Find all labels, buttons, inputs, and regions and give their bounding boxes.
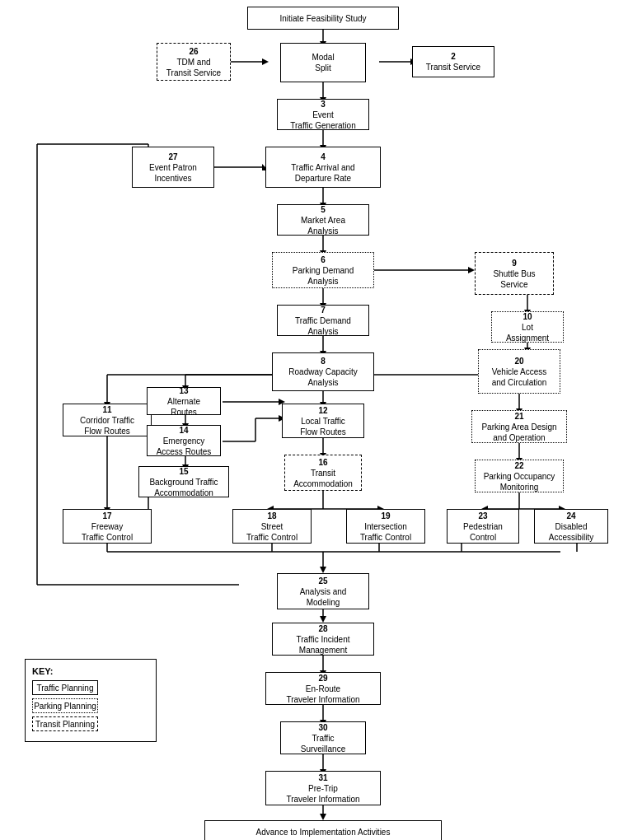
n2-node: 2 Transit Service bbox=[412, 46, 494, 77]
n24-node: 24 DisabledAccessibility bbox=[534, 509, 608, 544]
n18-node: 18 StreetTraffic Control bbox=[232, 509, 312, 544]
n5-node: 5 Market AreaAnalysis bbox=[277, 204, 369, 236]
n20-node: 20 Vehicle Accessand Circulation bbox=[478, 349, 560, 394]
key-traffic-planning: Traffic Planning bbox=[32, 680, 149, 695]
n27-node: 27 Event PatronIncentives bbox=[132, 147, 214, 188]
diagram-container: Initiate Feasibility Study ModalSplit 26… bbox=[0, 0, 642, 840]
n6-node: 6 Parking DemandAnalysis bbox=[272, 252, 374, 288]
transit-planning-swatch: Transit Planning bbox=[32, 716, 98, 731]
key-transit-planning: Transit Planning bbox=[32, 716, 149, 731]
key-parking-planning: Parking Planning bbox=[32, 698, 149, 713]
n10-node: 10 LotAssignment bbox=[491, 311, 564, 343]
n12-node: 12 Local TrafficFlow Routes bbox=[282, 404, 364, 438]
n4-node: 4 Traffic Arrival andDeparture Rate bbox=[265, 147, 381, 188]
n7-node: 7 Traffic DemandAnalysis bbox=[277, 305, 369, 336]
n22-node: 22 Parking OccupancyMonitoring bbox=[475, 460, 564, 492]
n25-node: 25 Analysis andModeling bbox=[277, 573, 369, 609]
n9-node: 9 Shuttle BusService bbox=[475, 252, 554, 295]
n23-node: 23 PedestrianControl bbox=[447, 509, 519, 544]
n30-node: 30 TrafficSurveillance bbox=[280, 721, 366, 754]
n26-node: 26 TDM andTransit Service bbox=[157, 43, 231, 81]
key-box: KEY: Traffic Planning Parking Planning T… bbox=[25, 659, 157, 742]
advance-node: Advance to Implementation Activities bbox=[204, 820, 442, 840]
n13-node: 13 AlternateRoutes bbox=[147, 387, 221, 415]
traffic-planning-swatch: Traffic Planning bbox=[32, 680, 98, 695]
n17-node: 17 FreewayTraffic Control bbox=[63, 509, 152, 544]
n14-node: 14 EmergencyAccess Routes bbox=[147, 425, 221, 456]
n16-node: 16 TransitAccommodation bbox=[284, 455, 362, 491]
n8-node: 8 Roadway CapacityAnalysis bbox=[272, 352, 374, 391]
n3-node: 3 EventTraffic Generation bbox=[277, 99, 369, 130]
n31-node: 31 Pre-TripTraveler Information bbox=[265, 771, 381, 805]
modal-split-node: ModalSplit bbox=[280, 43, 366, 82]
n11-node: 11 Corridor TrafficFlow Routes bbox=[63, 404, 152, 436]
svg-marker-32 bbox=[468, 267, 475, 273]
svg-marker-74 bbox=[320, 616, 326, 623]
parking-planning-swatch: Parking Planning bbox=[32, 698, 98, 713]
svg-marker-72 bbox=[320, 567, 326, 573]
svg-marker-15 bbox=[262, 58, 269, 65]
initiate-node: Initiate Feasibility Study bbox=[247, 7, 399, 30]
n28-node: 28 Traffic IncidentManagement bbox=[272, 623, 374, 656]
svg-marker-82 bbox=[320, 814, 326, 820]
key-title: KEY: bbox=[32, 666, 149, 676]
n29-node: 29 En-RouteTraveler Information bbox=[265, 672, 381, 705]
n15-node: 15 Background TrafficAccommodation bbox=[138, 466, 229, 497]
n21-node: 21 Parking Area Designand Operation bbox=[471, 410, 567, 443]
n19-node: 19 IntersectionTraffic Control bbox=[346, 509, 425, 544]
